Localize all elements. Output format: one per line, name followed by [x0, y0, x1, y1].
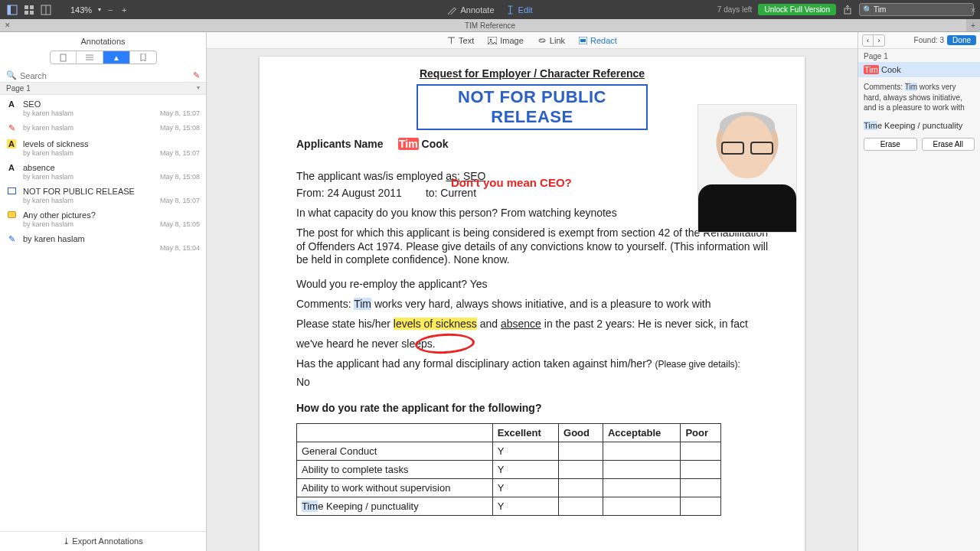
- share-icon[interactable]: [842, 5, 853, 15]
- search-input[interactable]: [874, 5, 971, 14]
- stamp-not-for-public-release[interactable]: NOT FOR PUBLIC RELEASE: [416, 84, 648, 130]
- chevron-down-icon[interactable]: ▾: [98, 6, 101, 13]
- annotate-mode[interactable]: Annotate: [447, 5, 494, 15]
- annotation-row[interactable]: Aabsenceby karen haslamMay 8, 15:08: [0, 158, 206, 182]
- sidebar-resize-handle[interactable]: [204, 32, 208, 551]
- rating-cell: [681, 478, 721, 497]
- zoom-in-button[interactable]: +: [119, 5, 129, 15]
- rating-label: Ability to work without supervision: [297, 478, 493, 497]
- done-button[interactable]: Done: [947, 35, 976, 45]
- annotations-title: Annotations: [0, 32, 206, 49]
- search-result-2[interactable]: Comments: Tim works very hard, always sh…: [858, 77, 980, 118]
- rating-cell: [603, 460, 681, 478]
- red-circle-annotation[interactable]: [414, 332, 475, 355]
- rating-label: General Conduct: [297, 442, 493, 460]
- annotations-page-header[interactable]: Page 1▾: [0, 82, 206, 95]
- annotation-type-icon: A: [6, 99, 17, 117]
- svg-rect-13: [580, 39, 586, 42]
- annotation-author: by karen haslam: [23, 124, 74, 132]
- results-page-label: Page 1: [858, 49, 980, 62]
- annotation-row[interactable]: ASEOby karen haslamMay 8, 15:07: [0, 95, 206, 119]
- rating-header: Poor: [681, 423, 721, 442]
- rating-row: Ability to work without supervisionY: [297, 478, 721, 497]
- search-result-1[interactable]: Tim Cook: [858, 62, 980, 77]
- annotation-draw-icon[interactable]: ✎: [193, 70, 200, 80]
- rating-question: How do you rate the applicant for the fo…: [296, 402, 768, 414]
- annotation-timestamp: May 8, 15:05: [160, 220, 200, 228]
- annotation-title: Any other pictures?: [23, 210, 200, 220]
- filter-list[interactable]: [77, 51, 103, 64]
- redact-icon: [579, 37, 587, 44]
- filter-author[interactable]: ▲: [103, 51, 130, 64]
- annotation-timestamp: May 8, 15:07: [160, 149, 200, 157]
- text-cursor-icon: [507, 5, 514, 15]
- annotation-row[interactable]: Any other pictures?by karen haslamMay 8,…: [0, 206, 206, 230]
- zoom-level[interactable]: 143%: [70, 5, 92, 15]
- tool-link[interactable]: Link: [537, 36, 565, 45]
- rating-cell: Y: [492, 442, 558, 460]
- new-tab-button[interactable]: +: [966, 19, 980, 31]
- thumbnails-icon[interactable]: [23, 4, 35, 16]
- search-field[interactable]: 🔍 ×: [859, 3, 974, 16]
- rating-cell: Y: [492, 460, 558, 478]
- annotation-type-icon: ✎: [6, 234, 17, 252]
- applicant-first-name: Tim: [398, 138, 419, 150]
- export-annotations-button[interactable]: ⤓ Export Annotations: [0, 531, 206, 551]
- annotation-row[interactable]: ✎by karen haslamMay 8, 15:08: [0, 119, 206, 135]
- applicant-photo[interactable]: [697, 104, 797, 233]
- rating-cell: [559, 442, 603, 460]
- svg-rect-4: [24, 11, 28, 15]
- annotation-author: by karen haslam: [23, 197, 74, 204]
- next-result-button[interactable]: ›: [874, 35, 884, 46]
- svg-rect-3: [30, 5, 34, 9]
- rating-header: [297, 423, 493, 442]
- rating-header: Good: [559, 423, 603, 442]
- search-icon: 🔍: [863, 5, 872, 14]
- highlight-levels-of-sickness[interactable]: levels of sickness: [394, 318, 477, 330]
- prev-result-button[interactable]: ‹: [863, 35, 874, 46]
- rating-row: Ability to complete tasksY: [297, 460, 721, 478]
- zoom-out-button[interactable]: −: [106, 5, 115, 15]
- underline-absence[interactable]: absence: [501, 318, 541, 330]
- close-tab-icon[interactable]: ✕: [5, 21, 11, 29]
- annotations-list: ASEOby karen haslamMay 8, 15:07✎by karen…: [0, 95, 206, 531]
- annotation-type-icon: [6, 187, 17, 204]
- rating-cell: Y: [492, 478, 558, 497]
- annotation-row[interactable]: NOT FOR PUBLIC RELEASEby karen haslamMay…: [0, 182, 206, 206]
- pdf-page[interactable]: Request for Employer / Character Referen…: [260, 57, 805, 551]
- tool-image[interactable]: Image: [488, 36, 524, 45]
- unlock-button[interactable]: Unlock Full Version: [758, 4, 836, 15]
- annotation-author: by karen haslam: [23, 109, 74, 117]
- search-results-panel: ‹ › Found: 3 Done Page 1 Tim Cook Commen…: [858, 32, 980, 551]
- tool-text[interactable]: Text: [447, 36, 474, 45]
- edit-mode[interactable]: Edit: [507, 5, 533, 15]
- erase-all-button[interactable]: Erase All: [922, 138, 975, 151]
- annotation-type-icon: [6, 210, 17, 228]
- filter-bookmark[interactable]: [130, 51, 156, 64]
- sidebar-toggle-icon[interactable]: [6, 4, 18, 16]
- erase-button[interactable]: Erase: [864, 138, 917, 151]
- rating-table: ExcellentGoodAcceptablePoorGeneral Condu…: [296, 423, 721, 516]
- chevron-down-icon: ▾: [197, 84, 200, 91]
- annotation-row[interactable]: Alevels of sicknessby karen haslamMay 8,…: [0, 135, 206, 158]
- clear-search-icon[interactable]: ×: [971, 5, 975, 15]
- search-result-3[interactable]: Time Keeping / punctuality: [858, 118, 980, 133]
- rating-row: General ConductY: [297, 442, 721, 460]
- annotations-sidebar: Annotations ▲ 🔍 ✎ Page 1▾ ASEOby karen h…: [0, 32, 207, 551]
- annotation-timestamp: May 8, 15:07: [160, 197, 200, 204]
- comment-hit-tim: Tim: [354, 298, 371, 310]
- edit-toolbar: Text Image Link Redact: [207, 32, 858, 49]
- annotation-row[interactable]: ✎by karen haslamMay 8, 15:04: [0, 230, 206, 253]
- tab-title[interactable]: TIM Reference: [465, 21, 515, 30]
- tool-redact[interactable]: Redact: [579, 36, 617, 45]
- filter-page[interactable]: [51, 51, 77, 64]
- annotation-filter-segmented[interactable]: ▲: [50, 51, 157, 64]
- svg-point-11: [490, 38, 492, 41]
- svg-rect-9: [60, 54, 66, 61]
- annotations-search[interactable]: [20, 71, 190, 80]
- search-icon: 🔍: [6, 70, 17, 80]
- annotation-timestamp: May 8, 15:04: [160, 244, 200, 252]
- split-view-icon[interactable]: [40, 4, 52, 16]
- rating-label: Time Keeping / punctuality: [297, 497, 493, 515]
- link-icon: [537, 37, 547, 44]
